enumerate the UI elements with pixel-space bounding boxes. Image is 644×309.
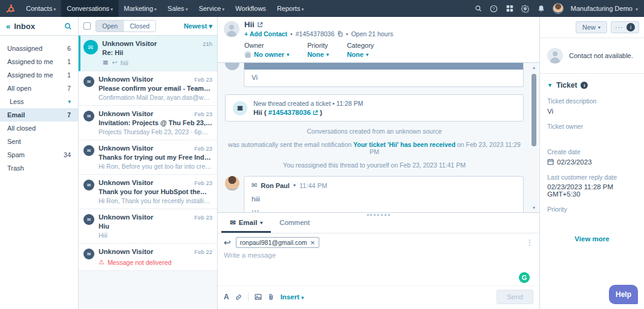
- message-body: hiii: [244, 192, 523, 203]
- nav-service[interactable]: Service▾: [194, 0, 230, 17]
- copy-icon[interactable]: [337, 31, 343, 37]
- remove-recipient-icon[interactable]: ✕: [310, 239, 315, 246]
- nav-sales[interactable]: Sales▾: [162, 0, 194, 17]
- conversation-row-invitation[interactable]: ✉ Unknown VisitorFeb 23 Invitation: Proj…: [79, 106, 217, 140]
- resize-drag-handle[interactable]: [367, 214, 390, 216]
- filter-open-button[interactable]: Open: [96, 21, 124, 31]
- toolbar-divider: [248, 293, 249, 301]
- sidebar-item-unassigned[interactable]: Unassigned6: [0, 42, 78, 55]
- ellipsis-icon: ···: [615, 24, 623, 31]
- sender-name[interactable]: Ron Paul: [261, 182, 290, 189]
- conversation-row-confirm-email[interactable]: ✉ Unknown VisitorFeb 23 Please confirm y…: [79, 71, 217, 106]
- sidebar-item-all-closed[interactable]: All closed: [0, 122, 78, 135]
- ticket-icon: [233, 101, 247, 115]
- more-options-icon[interactable]: ⋮: [526, 238, 533, 247]
- new-button[interactable]: New▾: [576, 21, 607, 33]
- insert-image-icon[interactable]: [255, 293, 262, 301]
- conversation-row-hiu[interactable]: ✉ Unknown VisitorFeb 23 Hiu Hiii: [79, 209, 217, 244]
- info-icon[interactable]: i: [581, 82, 588, 89]
- category-dropdown[interactable]: None ▾: [347, 51, 374, 58]
- thread-scroll-area[interactable]: Vi New thread created a ticket • 11:28 P…: [218, 63, 539, 212]
- nav-conversations[interactable]: Conversations▾: [61, 0, 118, 17]
- filter-closed-button[interactable]: Closed: [124, 21, 156, 31]
- collapse-sidebar-icon[interactable]: «: [6, 22, 10, 31]
- message-header-bar[interactable]: [244, 63, 523, 70]
- sidebar-item-less[interactable]: Less▾: [0, 95, 78, 108]
- send-button[interactable]: Send: [496, 290, 533, 304]
- thread-scrollbar[interactable]: ▲ ▼: [531, 65, 537, 210]
- external-link-icon[interactable]: [313, 110, 318, 115]
- ticket-notification-link[interactable]: Your ticket 'Hii' has been received: [353, 141, 455, 148]
- grammarly-icon[interactable]: G: [519, 272, 530, 283]
- reply-composer: ✉ Email ▾ Comment ↩ ronpaul981@gmail.com…: [218, 212, 539, 309]
- chevron-down-icon[interactable]: ▾: [293, 183, 296, 188]
- sidebar-item-trash[interactable]: Trash: [0, 161, 78, 175]
- person-icon: [244, 51, 252, 58]
- message-card-partial[interactable]: Vi: [244, 63, 524, 87]
- recipient-chip[interactable]: ronpaul981@gmail.com ✕: [236, 237, 319, 248]
- show-trimmed-content-button[interactable]: ...: [244, 203, 523, 212]
- email-avatar-icon: ✉: [83, 180, 94, 190]
- settings-gear-icon[interactable]: [521, 4, 530, 13]
- sidebar-item-assigned-to-me[interactable]: Assigned to me1: [0, 55, 78, 68]
- conversation-row-thank-you-theme[interactable]: ✉ Unknown VisitorFeb 23 Thank you for yo…: [79, 175, 217, 209]
- add-contact-link[interactable]: + Add Contact: [244, 30, 287, 37]
- priority-dropdown[interactable]: None ▾: [307, 51, 329, 58]
- reply-arrow-icon: ↩: [224, 238, 231, 247]
- search-icon[interactable]: [474, 4, 483, 13]
- sidebar-item-assigned-to-me-2[interactable]: Assigned to me1: [0, 68, 78, 82]
- link-icon[interactable]: [235, 294, 242, 301]
- sidebar-item-all-open[interactable]: All open7: [0, 82, 78, 95]
- chevron-down-icon: ▾: [186, 7, 188, 12]
- notifications-bell-icon[interactable]: [537, 4, 545, 13]
- search-icon[interactable]: [64, 22, 72, 30]
- sort-newest-dropdown[interactable]: Newest ▾: [184, 22, 212, 30]
- scroll-down-icon[interactable]: ▼: [531, 206, 537, 210]
- external-link-icon[interactable]: [257, 22, 263, 28]
- hubspot-logo-icon[interactable]: [5, 3, 16, 14]
- contact-avatar: [547, 48, 563, 63]
- owner-dropdown[interactable]: No owner ▾: [244, 51, 289, 58]
- priority-field: Priority: [547, 206, 637, 223]
- marketplace-icon[interactable]: [506, 4, 514, 13]
- tab-comment[interactable]: Comment: [271, 213, 318, 233]
- email-avatar-icon: ✉: [83, 214, 94, 225]
- tab-email[interactable]: ✉ Email ▾: [221, 213, 271, 233]
- sidebar-item-email[interactable]: Email7: [0, 108, 78, 122]
- more-actions-button[interactable]: ··· i: [611, 21, 639, 33]
- message-input[interactable]: [224, 252, 533, 285]
- nav-workflows[interactable]: Workflows: [230, 0, 272, 17]
- system-line-reassign: You reassigned this thread to yourself o…: [225, 161, 524, 169]
- delivery-warning: Message not delivered: [108, 259, 172, 266]
- insert-dropdown[interactable]: Insert ▾: [281, 293, 304, 301]
- email-avatar-icon: ✉: [83, 249, 94, 259]
- sidebar-item-spam[interactable]: Spam34: [0, 148, 78, 161]
- conversation-row-re-hii[interactable]: ✉ Unknown Visitor21h Re: Hii ↩ hiii: [79, 36, 217, 71]
- chevron-down-icon: ▾: [301, 7, 304, 12]
- nav-marketing[interactable]: Marketing▾: [119, 0, 162, 17]
- font-format-icon[interactable]: A: [224, 293, 229, 301]
- category-field: Category None ▾: [347, 42, 374, 58]
- warning-icon: ⚠: [99, 258, 105, 266]
- account-avatar[interactable]: [553, 3, 564, 14]
- conversation-row-thanks-trying[interactable]: ✉ Unknown VisitorFeb 23 Thanks for tryin…: [79, 140, 217, 175]
- help-icon[interactable]: ?: [490, 4, 498, 13]
- help-button[interactable]: Help: [609, 285, 638, 304]
- system-line-source: Conversations created from an unknown so…: [225, 128, 524, 135]
- scroll-up-icon[interactable]: ▲: [531, 65, 537, 70]
- details-panel: New▾ ··· i Contact not available. ▼ Tick…: [540, 17, 644, 309]
- section-collapse-icon[interactable]: ▼: [547, 82, 553, 88]
- nav-reports[interactable]: Reports▾: [272, 0, 310, 17]
- view-more-link[interactable]: View more: [547, 235, 637, 242]
- scrollbar-thumb[interactable]: [532, 74, 536, 146]
- account-name[interactable]: Manufacturing Demo ▾: [571, 5, 638, 12]
- select-all-checkbox[interactable]: [83, 22, 91, 30]
- owner-field: Owner No owner ▾: [244, 42, 289, 58]
- nav-contacts[interactable]: Contacts▾: [21, 0, 61, 17]
- sidebar-item-sent[interactable]: Sent: [0, 135, 78, 148]
- chevron-down-icon: ▾: [598, 25, 600, 30]
- conversation-row-not-delivered[interactable]: ✉ Unknown VisitorFeb 22 ⚠Message not del…: [79, 244, 217, 271]
- attachment-icon[interactable]: [268, 293, 275, 301]
- chevron-down-icon: ▾: [68, 99, 71, 105]
- ticket-link[interactable]: #1454378036: [268, 109, 311, 116]
